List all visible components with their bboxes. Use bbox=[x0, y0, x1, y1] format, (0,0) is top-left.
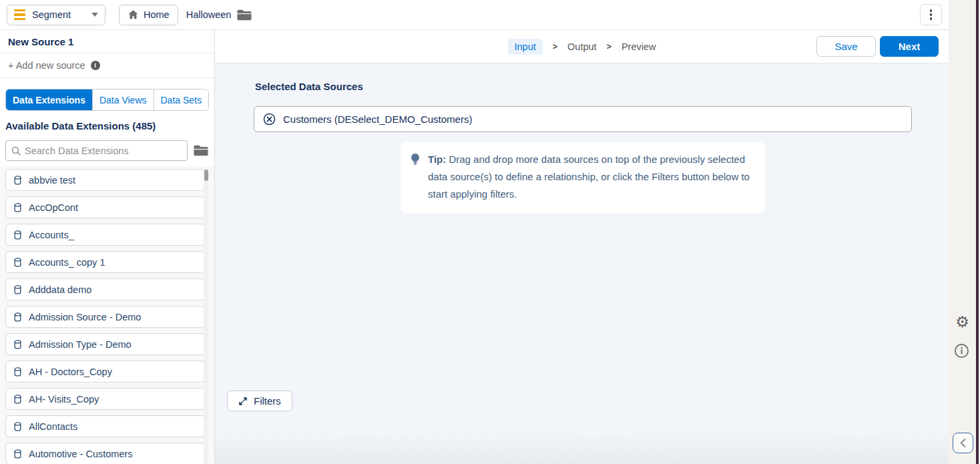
circle-x-icon[interactable] bbox=[263, 113, 276, 126]
selection-canvas: Selected Data Sources Customers (DESelec… bbox=[215, 63, 949, 464]
database-icon bbox=[13, 421, 23, 432]
tip-text: Tip: Drag and drop more data sources on … bbox=[428, 151, 753, 203]
list-item[interactable]: AH - Doctors_Copy bbox=[5, 361, 205, 383]
tip-label: Tip: bbox=[428, 154, 446, 165]
step-header: Input > Output > Preview Save Next bbox=[215, 30, 949, 63]
add-new-source-label: + Add new source bbox=[8, 60, 85, 71]
database-icon bbox=[13, 339, 23, 350]
list-item[interactable]: Adddata demo bbox=[5, 278, 205, 300]
add-new-source-button[interactable]: + Add new source i bbox=[0, 53, 214, 78]
chevron-down-icon bbox=[91, 13, 98, 17]
search-icon bbox=[11, 146, 21, 156]
data-extension-list: abbvie test AccOpCont Accounts_ Accounts… bbox=[0, 166, 214, 464]
hamburger-icon bbox=[14, 9, 25, 20]
tip-card: Tip: Drag and drop more data sources on … bbox=[401, 142, 765, 213]
gear-icon[interactable]: ⚙ bbox=[949, 313, 976, 331]
top-app-bar: Segment Home Halloween bbox=[0, 0, 949, 30]
database-icon bbox=[13, 312, 23, 322]
main-canvas: Input > Output > Preview Save Next Selec… bbox=[215, 30, 949, 464]
segment-menu-button[interactable]: Segment bbox=[7, 5, 105, 25]
step-separator: > bbox=[553, 42, 557, 51]
list-item[interactable]: Accounts_ copy 1 bbox=[5, 251, 205, 273]
next-button[interactable]: Next bbox=[880, 36, 939, 57]
database-icon bbox=[13, 284, 23, 295]
folder-icon[interactable] bbox=[193, 144, 209, 157]
database-icon bbox=[13, 367, 23, 377]
database-icon bbox=[13, 257, 23, 268]
filters-button[interactable]: Filters bbox=[227, 391, 292, 411]
info-icon[interactable]: i bbox=[91, 61, 100, 70]
lightbulb-icon bbox=[410, 153, 421, 167]
data-sources-sidebar: New Source 1 + Add new source i Data Ext… bbox=[0, 30, 215, 464]
tab-data-views[interactable]: Data Views bbox=[93, 89, 154, 110]
database-icon bbox=[13, 394, 23, 405]
database-icon bbox=[13, 449, 23, 459]
home-button-label: Home bbox=[144, 9, 170, 20]
list-item[interactable]: Admission Source - Demo bbox=[5, 306, 205, 328]
home-icon bbox=[128, 9, 139, 20]
available-extensions-heading: Available Data Extensions (485) bbox=[5, 120, 209, 132]
info-icon[interactable] bbox=[954, 343, 969, 359]
sidebar-scrollbar[interactable] bbox=[204, 168, 208, 464]
step-output[interactable]: Output bbox=[567, 41, 597, 52]
more-options-button[interactable] bbox=[920, 4, 942, 25]
home-button[interactable]: Home bbox=[119, 5, 178, 25]
filters-button-label: Filters bbox=[254, 395, 281, 407]
database-icon bbox=[13, 175, 23, 186]
scrollbar-thumb[interactable] bbox=[204, 170, 208, 181]
breadcrumb: Halloween bbox=[186, 9, 232, 20]
selected-source-label: Customers (DESelect_DEMO_Customers) bbox=[283, 113, 472, 125]
database-icon bbox=[13, 202, 23, 213]
segment-menu-label: Segment bbox=[32, 9, 71, 20]
selected-sources-heading: Selected Data Sources bbox=[255, 81, 363, 92]
selected-source-card[interactable]: Customers (DESelect_DEMO_Customers) bbox=[254, 106, 912, 132]
list-item[interactable]: AccOpCont bbox=[5, 196, 205, 218]
kebab-menu-icon bbox=[930, 9, 932, 19]
search-box[interactable] bbox=[5, 140, 188, 161]
save-button[interactable]: Save bbox=[816, 36, 876, 57]
collapse-panel-button[interactable] bbox=[953, 433, 973, 453]
source-type-tabs: Data Extensions Data Views Data Sets bbox=[5, 89, 209, 111]
list-item[interactable]: Admission Type - Demo bbox=[5, 333, 205, 355]
step-breadcrumb: Input > Output > Preview bbox=[508, 30, 656, 63]
list-item[interactable]: AllContacts bbox=[5, 415, 205, 437]
tab-data-extensions[interactable]: Data Extensions bbox=[6, 89, 93, 110]
search-input[interactable] bbox=[25, 146, 182, 156]
source-title-row: New Source 1 bbox=[0, 30, 214, 53]
step-preview[interactable]: Preview bbox=[622, 41, 656, 52]
list-item[interactable]: AH- Visits_Copy bbox=[5, 388, 205, 410]
folder-icon[interactable] bbox=[236, 9, 252, 21]
header-actions: Save Next bbox=[816, 36, 939, 57]
list-item[interactable]: Accounts_ bbox=[5, 224, 205, 246]
search-row bbox=[5, 140, 209, 161]
tip-body: Drag and drop more data sources on top o… bbox=[428, 154, 750, 200]
right-utility-rail: ⚙ bbox=[949, 0, 980, 464]
source-title: New Source 1 bbox=[8, 36, 73, 47]
tab-data-sets[interactable]: Data Sets bbox=[154, 89, 208, 110]
chevron-left-icon bbox=[959, 438, 967, 448]
list-item[interactable]: Automotive - Customers bbox=[5, 443, 205, 464]
step-input[interactable]: Input bbox=[508, 39, 543, 55]
step-separator: > bbox=[607, 42, 611, 51]
expand-diagonal-icon bbox=[238, 397, 248, 406]
list-item[interactable]: abbvie test bbox=[5, 169, 205, 191]
database-icon bbox=[13, 230, 23, 240]
